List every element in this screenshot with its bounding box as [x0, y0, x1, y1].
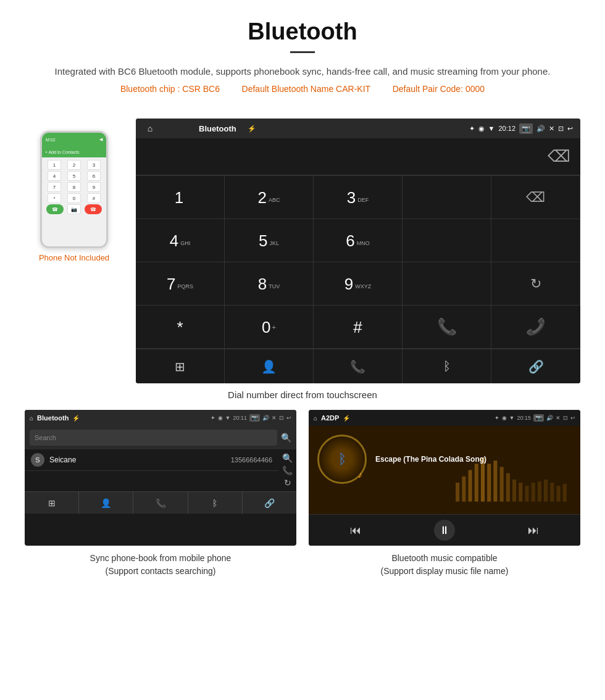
- key-camera: 📷: [67, 204, 81, 214]
- music-note-icon: ♪: [358, 470, 362, 480]
- music-caption-line1: Bluetooth music compatible: [391, 553, 497, 563]
- nav-link[interactable]: 🔗: [491, 349, 580, 383]
- empty-cell-4: [403, 262, 491, 306]
- keypad-row-1: 1 2 3: [44, 160, 104, 170]
- key-8: 8: [67, 182, 81, 192]
- key-6[interactable]: 6MNO: [314, 219, 403, 262]
- pb-nav-contacts[interactable]: 👤: [79, 492, 133, 514]
- music-statusbar-right: ✦ ◉ ▼ 20:15 📷 🔊 ✕ ⊡ ↩: [494, 414, 575, 422]
- pb-bt-icon: ✦: [211, 415, 215, 421]
- key-7[interactable]: 7PQRS: [136, 262, 225, 306]
- call-green-btn[interactable]: 📞: [403, 306, 491, 349]
- music-content-row: ᛒ ♪ Escape (The Pina Colada Song): [309, 426, 580, 493]
- key-5[interactable]: 5JKL: [225, 219, 314, 262]
- spec-code: Default Pair Code: 0000: [393, 84, 485, 94]
- usb-icon: ⚡: [248, 125, 256, 133]
- backspace-cell[interactable]: ⌫: [491, 176, 580, 219]
- key-9: 9: [87, 182, 101, 192]
- pb-phone-right-icon[interactable]: 📞: [282, 465, 293, 475]
- refresh-cell[interactable]: ↻: [491, 262, 580, 306]
- backspace-icon[interactable]: ⌫: [548, 147, 570, 166]
- close-icon: ✕: [549, 125, 554, 133]
- music-time: 20:15: [517, 415, 531, 421]
- dialpad-statusbar: ⌂ Bluetooth ⚡ ✦ ◉ ▼ 20:12 📷 🔊 ✕ ⊡ ↩: [136, 119, 580, 138]
- camera-icon: 📷: [519, 123, 533, 134]
- description-text: Integrated with BC6 Bluetooth module, su…: [37, 64, 568, 79]
- nav-phone[interactable]: 📞: [314, 349, 403, 383]
- middle-section: M:02 ◀ + Add to Contacts 1 2 3 4 5 6 7: [0, 119, 605, 383]
- dialpad-bottom-nav: ⊞ 👤 📞 ᛒ 🔗: [136, 349, 580, 383]
- key-3: 3: [87, 160, 101, 170]
- statusbar-right: ✦ ◉ ▼ 20:12 📷 🔊 ✕ ⊡ ↩: [469, 123, 573, 134]
- music-usb-icon: ⚡: [343, 415, 350, 422]
- music-screen: ⌂ A2DP ⚡ ✦ ◉ ▼ 20:15 📷 🔊 ✕ ⊡ ↩: [309, 410, 580, 546]
- phone-top-bar: M:02 ◀: [42, 133, 106, 146]
- pb-location-icon: ◉: [218, 415, 223, 421]
- key-8[interactable]: 8TUV: [225, 262, 314, 306]
- pb-contact-list: S Seicane 13566664466: [25, 449, 278, 491]
- pb-refresh-right-icon[interactable]: ↻: [284, 478, 291, 488]
- phonebook-caption: Sync phone-book from mobile phone (Suppo…: [25, 552, 296, 578]
- spec-name: Default Bluetooth Name CAR-KIT: [242, 84, 371, 94]
- music-caption-line2: (Support display music file name): [381, 566, 509, 576]
- pb-wifi-icon: ▼: [225, 415, 231, 421]
- pb-statusbar-left: ⌂ Bluetooth ⚡: [30, 414, 80, 422]
- call-red-btn[interactable]: 📞: [491, 306, 580, 349]
- window-icon: ⊡: [558, 125, 564, 133]
- pb-contact-row[interactable]: S Seicane 13566664466: [25, 449, 278, 471]
- phone-green-bar: + Add to Contacts: [42, 146, 106, 157]
- pb-cam-icon: 📷: [249, 414, 260, 422]
- next-icon[interactable]: ⏭: [528, 524, 539, 537]
- nav-bluetooth[interactable]: ᛒ: [403, 349, 491, 383]
- prev-icon[interactable]: ⏮: [350, 524, 361, 537]
- nav-contacts[interactable]: 👤: [225, 349, 314, 383]
- key-4: 4: [48, 171, 61, 181]
- pb-search-placeholder: Search: [35, 434, 56, 441]
- home-icon[interactable]: ⌂: [143, 122, 157, 135]
- music-cam-icon: 📷: [533, 414, 544, 422]
- key-6: 6: [87, 171, 101, 181]
- pb-search-right-icon[interactable]: 🔍: [282, 453, 293, 463]
- phonebook-caption-line2: (Support contacts searching): [106, 566, 216, 576]
- keypad-row-5: ☎ 📷 ☎: [44, 204, 104, 214]
- play-pause-btn[interactable]: ⏸: [434, 520, 455, 541]
- music-body: // dots rendered as SVG rects: [309, 426, 580, 514]
- music-caption: Bluetooth music compatible (Support disp…: [309, 552, 580, 578]
- key-star[interactable]: *: [136, 306, 225, 349]
- pb-nav-grid[interactable]: ⊞: [25, 492, 79, 514]
- pb-statusbar-right: ✦ ◉ ▼ 20:11 📷 🔊 ✕ ⊡ ↩: [211, 414, 291, 422]
- pb-win-icon: ⊡: [279, 415, 284, 421]
- pb-nav-bt[interactable]: ᛒ: [188, 492, 243, 514]
- key-0: 0: [67, 193, 81, 203]
- phone-keypad: 1 2 3 4 5 6 7 8 9 * 0 #: [42, 157, 106, 218]
- empty-cell-3: [491, 219, 580, 262]
- key-9[interactable]: 9WXYZ: [314, 262, 403, 306]
- spec-chip: Bluetooth chip : CSR BC6: [120, 84, 220, 94]
- music-win-icon: ⊡: [563, 415, 568, 421]
- contact-name: Seicane: [49, 456, 231, 464]
- header-section: Bluetooth Integrated with BC6 Bluetooth …: [0, 0, 605, 119]
- keypad-row-2: 4 5 6: [44, 171, 104, 181]
- key-3[interactable]: 3DEF: [314, 176, 403, 219]
- key-0[interactable]: 0+: [225, 306, 314, 349]
- music-title: A2DP: [321, 414, 339, 422]
- key-2[interactable]: 2ABC: [225, 176, 314, 219]
- key-hash: #: [87, 193, 101, 203]
- pb-nav-link[interactable]: 🔗: [243, 492, 296, 514]
- pb-statusbar: ⌂ Bluetooth ⚡ ✦ ◉ ▼ 20:11 📷 🔊 ✕ ⊡ ↩: [25, 410, 296, 426]
- key-1[interactable]: 1: [136, 176, 225, 219]
- music-statusbar: ⌂ A2DP ⚡ ✦ ◉ ▼ 20:15 📷 🔊 ✕ ⊡ ↩: [309, 410, 580, 426]
- statusbar-left: ⌂ Bluetooth ⚡: [143, 122, 256, 135]
- pb-nav-phone[interactable]: 📞: [133, 492, 188, 514]
- music-bt-icon: ✦: [494, 415, 499, 421]
- key-hash[interactable]: #: [314, 306, 403, 349]
- key-4[interactable]: 4GHI: [136, 219, 225, 262]
- phonebook-screen: ⌂ Bluetooth ⚡ ✦ ◉ ▼ 20:11 📷 🔊 ✕ ⊡ ↩: [25, 410, 296, 546]
- music-home-icon: ⌂: [314, 415, 317, 422]
- pb-search-input[interactable]: Search: [30, 430, 277, 446]
- dialpad-grid: 1 2ABC 3DEF ⌫ 4GHI 5JKL 6MNO 7PQRS 8TUV …: [136, 175, 580, 349]
- nav-grid[interactable]: ⊞: [136, 349, 225, 383]
- album-art: ᛒ ♪: [317, 435, 367, 484]
- back-icon: ↩: [567, 125, 573, 133]
- contact-avatar: S: [31, 453, 44, 467]
